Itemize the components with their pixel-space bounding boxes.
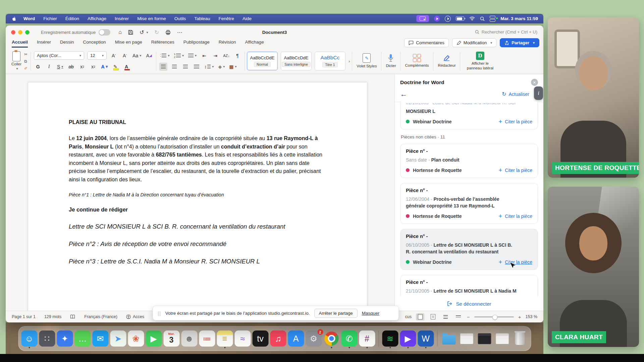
tab-publipostage[interactable]: Publipostage [183, 39, 210, 47]
style-titre-1[interactable]: AaBbCc Titre 1 [315, 52, 345, 70]
web-layout-view-icon[interactable] [429, 313, 437, 320]
dock-settings-icon[interactable]: ⚙2 [306, 330, 322, 347]
editor-button[interactable]: Rédacteur [433, 50, 460, 72]
tab-affichage[interactable]: Affichage [245, 39, 264, 47]
menu-insérer[interactable]: Insérer [115, 16, 129, 21]
logout-button[interactable]: Se déconnecter [395, 296, 543, 311]
grow-font-button[interactable]: Aˆ [110, 52, 118, 60]
bold-button[interactable]: G [34, 63, 42, 71]
shrink-font-button[interactable]: Aˇ [121, 52, 129, 60]
tab-conception[interactable]: Conception [83, 39, 106, 47]
print-icon[interactable] [165, 30, 171, 35]
dock-trash-icon[interactable] [512, 330, 528, 347]
zoom-slider[interactable] [474, 316, 514, 317]
align-left-button[interactable] [159, 63, 167, 71]
dock-minimized-dark-icon[interactable] [476, 330, 492, 347]
undo-icon[interactable]: ↺ [140, 29, 148, 36]
comments-button[interactable]: Commentaires [404, 38, 449, 47]
strikethrough-button[interactable]: ab [67, 63, 75, 71]
piece-card-4[interactable]: Pièce n° - 21/10/2005 - Lettre de SCI MO… [400, 275, 538, 296]
dock-media-play-icon[interactable]: ▶ [400, 330, 416, 347]
document-page[interactable]: PLAISE AU TRIBUNAL Le 12 juin 2004, lors… [28, 82, 367, 311]
bullet-list-button[interactable]: ⁚ [159, 52, 170, 60]
styles-gallery-more-icon[interactable]: › [348, 59, 350, 64]
align-right-button[interactable] [181, 63, 190, 71]
shading-button[interactable]: ◆ [217, 63, 225, 71]
menu-affichage[interactable]: Affichage [88, 16, 106, 21]
dock-photos-icon[interactable]: ❀ [128, 330, 144, 347]
justify-button[interactable] [193, 63, 201, 71]
share-button[interactable]: Partager [500, 38, 539, 47]
participant-video-clara[interactable]: CLARA HUART [548, 187, 639, 347]
participant-video-hortense[interactable]: HORTENSE DE ROQUETTE [548, 17, 639, 178]
screen-sharing-indicator-icon[interactable] [416, 15, 429, 22]
pilcrow-button[interactable]: ¶ [233, 52, 241, 60]
dock-notes-icon[interactable]: ≡ [217, 330, 233, 347]
dock-finder-icon[interactable]: ☺ [21, 330, 37, 347]
piece-card-3[interactable]: Pièce n° - 06/10/2005 - Lettre de SCI MO… [400, 229, 538, 270]
menu-outils[interactable]: Outils [174, 16, 186, 21]
doctrine-side-panel-button[interactable]: D Afficher le panneau latéral [460, 50, 500, 72]
refresh-button[interactable]: ↻ Actualiser [502, 91, 529, 97]
font-size-select[interactable]: 12 [87, 51, 107, 60]
menu-word[interactable]: Word [23, 16, 35, 21]
panel-scroll-area[interactable]: 01/10/2005 - Lettre de SCI Nadia M à Mon… [395, 101, 543, 296]
zoom-in-icon[interactable]: + [518, 314, 521, 320]
dock-minimized-doc-icon[interactable] [459, 330, 475, 347]
panel-close-icon[interactable]: × [531, 79, 538, 86]
menu-mise-en-forme[interactable]: Mise en forme [137, 16, 166, 21]
minimize-window-button[interactable] [18, 30, 22, 35]
dock-whatsapp-icon[interactable]: ✆ [341, 330, 357, 347]
zoom-level[interactable]: 153 % [526, 314, 537, 319]
dock-messages-icon[interactable]: … [74, 330, 91, 347]
tab-dessin[interactable]: Dessin [60, 39, 74, 47]
dock-facetime-icon[interactable]: ▶ [146, 330, 162, 347]
addins-button[interactable]: Compléments [400, 50, 433, 72]
zoom-window-button[interactable] [25, 30, 30, 35]
dock-contacts-icon[interactable]: ☻ [181, 330, 197, 347]
dock-spotify-icon[interactable]: ≋ [382, 330, 398, 347]
menu-fenêtre[interactable]: Fenêtre [218, 16, 234, 21]
dock-appstore-icon[interactable]: A [288, 330, 304, 347]
superscript-button[interactable]: x2 [89, 63, 97, 71]
borders-button[interactable]: ▦ [228, 63, 237, 71]
paste-button[interactable]: Coller [11, 51, 21, 71]
dock-chrome-icon[interactable] [323, 330, 339, 347]
cite-piece-button[interactable]: +Citer la pièce [498, 118, 532, 125]
numbered-list-button[interactable]: 12 [173, 52, 184, 60]
dock-music-icon[interactable]: ♫ [270, 330, 286, 347]
close-window-button[interactable] [11, 30, 15, 35]
zoom-slider-knob[interactable] [492, 315, 497, 320]
home-icon[interactable]: ⌂ [118, 29, 122, 35]
stop-sharing-button[interactable]: Arrêter le partage [314, 309, 358, 318]
text-effects-button[interactable]: A [100, 63, 108, 71]
more-commands-icon[interactable]: ⋯ [177, 29, 182, 36]
word-count[interactable]: 129 mots [44, 314, 61, 319]
record-play-icon[interactable] [434, 16, 440, 21]
dock-slack-icon[interactable]: # [359, 330, 375, 347]
search-field[interactable]: Rechercher (Cmd + Ctrl + U) [475, 29, 537, 35]
wifi-icon[interactable] [469, 16, 475, 21]
cut-icon[interactable]: ✂ [24, 52, 28, 57]
proofing-icon[interactable] [70, 314, 75, 319]
styles-pane-button[interactable]: ✎ Volet Styles [352, 50, 381, 72]
highlight-color-button[interactable]: ✎ [111, 63, 119, 71]
focus-label[interactable]: cus [405, 314, 412, 319]
style-normal[interactable]: AaBbCcDdE Normal [247, 52, 278, 70]
format-painter-icon[interactable]: ✐ [24, 66, 28, 71]
dock-mail-icon[interactable]: ✉ [92, 330, 108, 347]
tab-insérer[interactable]: Insérer [37, 39, 51, 47]
draft-view-icon[interactable] [454, 313, 463, 320]
zoom-out-icon[interactable]: − [467, 314, 470, 320]
print-layout-view-icon[interactable] [416, 313, 424, 320]
language-indicator[interactable]: Français (France) [84, 314, 117, 319]
page-count[interactable]: Page 1 sur 1 [12, 314, 36, 319]
style-sans-interligne[interactable]: AaBbCcDdE Sans interligne [281, 52, 312, 70]
save-icon[interactable] [128, 30, 133, 35]
change-case-button[interactable]: Aa [132, 52, 142, 60]
line-spacing-button[interactable]: ↕ [204, 63, 214, 71]
tab-révision[interactable]: Révision [219, 39, 236, 47]
multilevel-list-button[interactable] [187, 52, 197, 60]
info-button[interactable]: i [534, 86, 543, 100]
menu-aide[interactable]: Aide [243, 16, 252, 21]
